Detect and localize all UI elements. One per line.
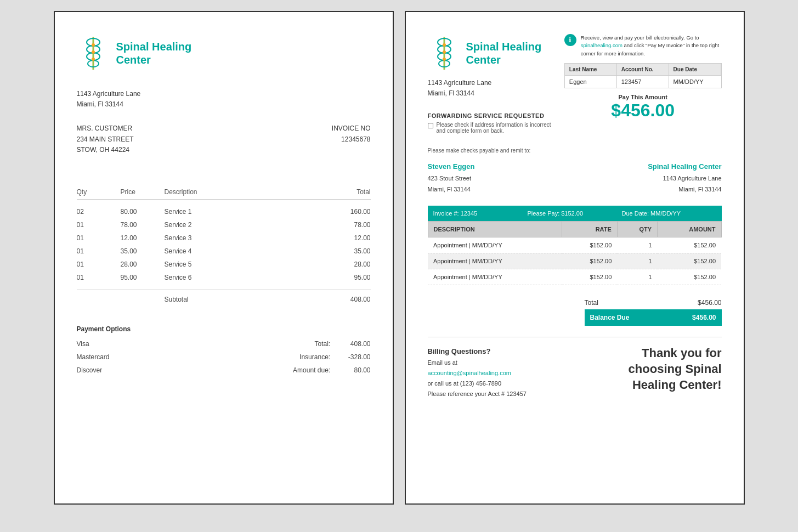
subtotal-label: Subtotal [165,296,316,303]
invoice-banner-due: Due Date: MM/DD/YY [622,210,716,217]
spine-logo-icon [77,34,110,72]
account-no-value: 123457 [617,76,669,88]
left-clinic-address: 1143 Agriculture Lane Miami, Fl 33144 [77,89,371,110]
account-no-header: Account No. [617,64,669,76]
forwarding-checkbox[interactable] [428,123,433,128]
pay-amount-label: Pay This Amount [564,94,722,100]
customer-info: MRS. CUSTOMER 234 MAIN STREET STOW, OH 4… [77,123,134,155]
left-invoice-document: Spinal Healing Center 1143 Agriculture L… [54,11,394,505]
total-value: 408.00 [332,337,371,350]
totals-section: Total $456.00 Balance Due $456.00 [428,296,722,326]
right-logo-area: Spinal Healing Center [428,34,553,72]
invoice-detail-table: DESCRIPTION RATE QTY AMOUNT Appointment … [428,221,722,285]
totals-table: Total $456.00 Balance Due $456.00 [585,296,722,326]
invoice-table-header: DESCRIPTION RATE QTY AMOUNT [428,222,721,237]
left-logo-text: Spinal Healing Center [116,40,192,66]
table-row: 01 12.00 Service 3 12.00 [77,231,371,245]
last-name-value: Eggen [565,76,617,88]
col-total-header: Total [316,188,371,196]
info-link: spinalhealing.com [581,42,622,48]
patient-name: Steven Eggen [428,160,475,173]
qty-col-header: QTY [617,222,657,237]
insurance-label: Insurance: [299,353,330,361]
right-invoice-document: Spinal Healing Center 1143 Agriculture L… [405,11,745,505]
pay-amount-value: $456.00 [564,100,722,121]
amount-col-header: AMOUNT [658,222,721,237]
remit-address1: 1143 Agriculture Lane [648,173,721,184]
svg-point-5 [92,43,95,47]
patient-address1: 423 Stout Street [428,173,475,184]
table-header-row: Qty Price Description Total [77,188,371,200]
customer-invoice-row: MRS. CUSTOMER 234 MAIN STREET STOW, OH 4… [77,123,371,155]
info-notice: Receive, view and pay your bill electron… [581,34,722,58]
payment-option-item: Mastercard [77,350,110,364]
col-desc-header: Description [165,188,316,196]
amount-due-row: Amount due: 80.00 [293,364,370,377]
insurance-value: -328.00 [332,350,371,364]
payment-option-item: Discover [77,364,110,377]
patient-address2: Miami, Fl 33144 [428,184,475,195]
billing-questions: Billing Questions? Email us at accountin… [428,346,527,399]
billing-email: accounting@spinalhealing.com [428,368,527,378]
subtotal-row: Subtotal 408.00 [77,290,371,309]
billing-line1: Email us at [428,358,527,368]
total-row: Total $456.00 [585,296,722,309]
right-logo-text: Spinal Healing Center [466,40,542,66]
invoice-banner-no: Invoice #: 12345 [433,210,528,217]
right-spine-logo-icon [428,34,461,72]
thank-you-text: Thank you for choosing Spinal Healing Ce… [601,346,722,393]
desc-col-header: DESCRIPTION [428,222,562,237]
payment-options-list: VisaMastercardDiscover [77,337,110,377]
amount-due-label: Amount due: [293,366,330,374]
payment-section: Payment Options VisaMastercardDiscover T… [77,325,371,377]
invoice-table-row: Appointment | MM/DD/YY $152.00 1 $152.00 [428,237,721,253]
pay-amount-section: Pay This Amount $456.00 [564,94,722,121]
total-label: Total [585,299,598,307]
forwarding-notice: Please check if address information is i… [437,122,553,134]
invoice-info: INVOICE NO 12345678 [332,123,371,155]
balance-due-label: Balance Due [590,314,630,321]
amount-due-value: 80.00 [332,364,371,377]
checks-payable-label: Please make checks payable and remit to: [428,148,722,154]
account-table: Last Name Account No. Due Date Eggen 123… [564,63,722,88]
invoice-banner: Invoice #: 12345 Please Pay: $152.00 Due… [428,206,722,221]
total-label: Total: [314,340,330,348]
billing-questions-title: Billing Questions? [428,346,527,358]
svg-point-15 [443,58,446,61]
billing-ref: Please reference your Acct # 123457 [428,389,527,399]
svg-point-7 [92,58,95,61]
table-row: 01 28.00 Service 5 28.00 [77,258,371,271]
total-value: $456.00 [698,299,721,307]
invoice-table-row: Appointment | MM/DD/YY $152.00 1 $152.00 [428,253,721,269]
col-qty-header: Qty [77,188,121,196]
remit-address: Spinal Healing Center 1143 Agriculture L… [648,160,721,195]
bottom-section: Billing Questions? Email us at accountin… [428,337,722,399]
total-row: Total: 408.00 [293,337,370,350]
left-logo-area: Spinal Healing Center [77,34,371,72]
remit-name: Spinal Healing Center [648,160,721,173]
forwarding-row: Please check if address information is i… [428,122,553,134]
col-price-header: Price [121,188,165,196]
due-date-value: MM/DD/YY [669,76,721,88]
svg-point-14 [443,50,446,54]
patient-address: Steven Eggen 423 Stout Street Miami, Fl … [428,160,475,195]
payment-options-title: Payment Options [77,325,371,333]
table-row: 01 35.00 Service 4 35.00 [77,245,371,258]
table-row: 02 80.00 Service 1 160.00 [77,205,371,218]
payment-option-item: Visa [77,337,110,350]
invoice-table-row: Appointment | MM/DD/YY $152.00 1 $152.00 [428,269,721,285]
svg-point-6 [92,50,95,54]
rate-col-header: RATE [562,222,617,237]
right-clinic-address: 1143 Agriculture Lane Miami, Fl 33144 [428,78,553,99]
invoice-banner-pay: Please Pay: $152.00 [528,210,622,217]
due-date-header: Due Date [669,64,721,76]
table-row: 01 95.00 Service 6 95.00 [77,271,371,284]
subtotal-value: 408.00 [316,296,371,303]
billing-phone: or call us at (123) 456-7890 [428,378,527,389]
items-table: Qty Price Description Total 02 80.00 Ser… [77,188,371,309]
forwarding-label: FORWARDING SERVICE REQUESTED [428,112,553,119]
billing-addresses: Steven Eggen 423 Stout Street Miami, Fl … [428,160,722,195]
table-row: 01 78.00 Service 2 78.00 [77,218,371,231]
balance-due-row: Balance Due $456.00 [585,309,722,326]
last-name-header: Last Name [565,64,617,76]
